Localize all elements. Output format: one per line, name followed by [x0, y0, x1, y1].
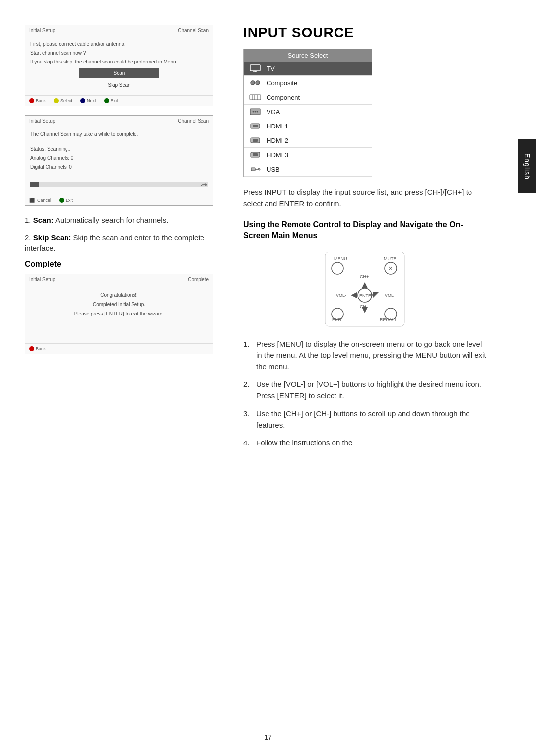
- footer-exit: Exit: [104, 98, 118, 103]
- source-select-header: Source Select: [244, 49, 372, 62]
- tv-icon: [248, 63, 263, 73]
- list-item-2-text: 2. Skip Scan: Skip the scan and enter to…: [25, 233, 204, 252]
- footer-next: Next: [80, 98, 96, 103]
- source-vga-label: VGA: [267, 108, 280, 116]
- next-dot: [80, 98, 85, 103]
- source-row-hdmi3[interactable]: HDMI 3: [244, 148, 372, 162]
- screen1-footer: Back Select Next Exit: [25, 95, 213, 106]
- source-row-tv[interactable]: TV: [244, 62, 372, 76]
- remote-heading-text: Using the Remote Control to Display and …: [243, 220, 463, 240]
- screen1-channel-scan: Initial Setup Channel Scan First, please…: [25, 25, 213, 106]
- footer-next-label: Next: [87, 98, 96, 103]
- screen2-status: Status: Scanning..: [30, 145, 208, 153]
- footer-back3-label: Back: [36, 346, 46, 351]
- instruction-2: 2. Use the [VOL-] or [VOL+] buttons to h…: [243, 379, 486, 401]
- source-row-vga[interactable]: VGA: [244, 105, 372, 119]
- screen3-line3: Please press [ENTER] to exit the wizard.: [30, 310, 208, 318]
- screen1-body: First, please connect cable and/or anten…: [25, 36, 213, 95]
- list-item-1-text: 1. Scan: Automatically search for channe…: [25, 216, 168, 224]
- svg-rect-16: [253, 139, 258, 142]
- svg-rect-14: [253, 125, 258, 127]
- remote-control-image: MENU MUTE ✕ CH+ VOL- ENTER VO: [315, 250, 414, 329]
- screen2-footer: ⬛ Cancel Exit: [25, 195, 213, 205]
- instruction-3-text: Use the [CH+] or [CH-] buttons to scroll…: [256, 408, 486, 431]
- page-number: 17: [264, 733, 272, 741]
- svg-point-11: [255, 111, 256, 113]
- screen3-footer: Back: [25, 343, 213, 354]
- remote-control-heading: Using the Remote Control to Display and …: [243, 219, 486, 242]
- skip-scan-button[interactable]: Skip Scan: [79, 81, 159, 89]
- input-description: Press INPUT to display the input source …: [243, 187, 486, 209]
- svg-point-12: [257, 111, 258, 113]
- svg-text:ENTER: ENTER: [359, 293, 375, 298]
- svg-point-4: [256, 81, 260, 85]
- svg-text:VOL-: VOL-: [336, 293, 346, 298]
- instruction-3-num: 3.: [243, 408, 252, 431]
- source-row-hdmi2[interactable]: HDMI 2: [244, 133, 372, 148]
- instruction-2-text: Use the [VOL-] or [VOL+] buttons to high…: [256, 379, 486, 401]
- footer-back-label: Back: [36, 98, 46, 103]
- svg-text:MUTE: MUTE: [384, 256, 397, 261]
- instruction-4-text: Follow the instructions on the: [256, 438, 352, 449]
- instruction-4-num: 4.: [243, 438, 252, 449]
- vga-icon: [248, 107, 263, 117]
- screen2-header-right: Channel Scan: [178, 118, 209, 124]
- footer-back: Back: [29, 98, 46, 103]
- source-row-usb[interactable]: USB: [244, 162, 372, 177]
- list-item-2: 2. Skip Scan: Skip the scan and enter to…: [25, 232, 213, 253]
- instruction-4: 4. Follow the instructions on the: [243, 438, 486, 449]
- source-component-label: Component: [267, 94, 300, 101]
- svg-text:✕: ✕: [388, 265, 393, 271]
- right-column: INPUT SOURCE Source Select TV Composite: [228, 0, 516, 756]
- source-row-component[interactable]: Component: [244, 90, 372, 105]
- source-hdmi1-label: HDMI 1: [267, 123, 288, 130]
- svg-point-10: [253, 111, 254, 113]
- source-row-hdmi1[interactable]: HDMI 1: [244, 119, 372, 133]
- screen1-line1: First, please connect cable and/or anten…: [30, 40, 208, 48]
- screen2-scanning: Initial Setup Channel Scan The Channel S…: [25, 115, 213, 206]
- back-dot: [29, 98, 34, 103]
- hdmi3-icon: [248, 150, 263, 160]
- instruction-3: 3. Use the [CH+] or [CH-] buttons to scr…: [243, 408, 486, 431]
- svg-rect-0: [250, 65, 260, 71]
- instructions-list: 1. Press [MENU] to display the on-screen…: [243, 339, 486, 449]
- svg-text:MENU: MENU: [334, 256, 347, 261]
- instruction-1-num: 1.: [243, 339, 252, 373]
- svg-rect-22: [325, 252, 404, 326]
- instruction-1-text: Press [MENU] to display the on-screen me…: [256, 339, 486, 373]
- screen1-line2: Start channel scan now ?: [30, 49, 208, 57]
- instruction-2-num: 2.: [243, 379, 252, 401]
- page-container: English Initial Setup Channel Scan First…: [0, 0, 536, 756]
- back3-dot: [29, 346, 34, 351]
- source-usb-label: USB: [267, 166, 280, 173]
- progress-percent: 5%: [201, 182, 207, 187]
- footer-exit2-label: Exit: [66, 198, 73, 203]
- composite-icon: [248, 78, 263, 88]
- screen2-line1: The Channel Scan may take a while to com…: [30, 130, 208, 138]
- screen3-header: Initial Setup Complete: [25, 274, 213, 285]
- screen3-complete: Initial Setup Complete Congratulations!!…: [25, 274, 213, 354]
- svg-text:VOL+: VOL+: [385, 293, 396, 298]
- footer-select: Select: [54, 98, 72, 103]
- usb-icon: [248, 164, 263, 174]
- screen1-header: Initial Setup Channel Scan: [25, 25, 213, 36]
- screen1-line3: If you skip this step, the channel scan …: [30, 58, 208, 65]
- select-dot: [54, 98, 59, 103]
- complete-title: Complete: [25, 260, 213, 269]
- footer-exit-label: Exit: [111, 98, 118, 103]
- exit-dot: [104, 98, 109, 103]
- source-row-composite[interactable]: Composite: [244, 76, 372, 90]
- instruction-1: 1. Press [MENU] to display the on-screen…: [243, 339, 486, 373]
- source-composite-label: Composite: [267, 79, 297, 87]
- screen3-header-right: Complete: [188, 277, 209, 282]
- english-label: English: [523, 153, 531, 180]
- scan-button[interactable]: Scan: [79, 68, 159, 78]
- screen3-body: Congratulations!! Completed Initial Setu…: [25, 285, 213, 343]
- screen2-analog: Analog Channels: 0: [30, 154, 208, 162]
- source-select-table: Source Select TV Composite: [243, 49, 372, 177]
- screen3-line2: Completed Initial Setup.: [30, 301, 208, 309]
- svg-rect-19: [251, 168, 255, 171]
- svg-point-3: [251, 81, 255, 85]
- screen3-header-left: Initial Setup: [29, 277, 55, 282]
- screen1-header-right: Channel Scan: [178, 28, 209, 33]
